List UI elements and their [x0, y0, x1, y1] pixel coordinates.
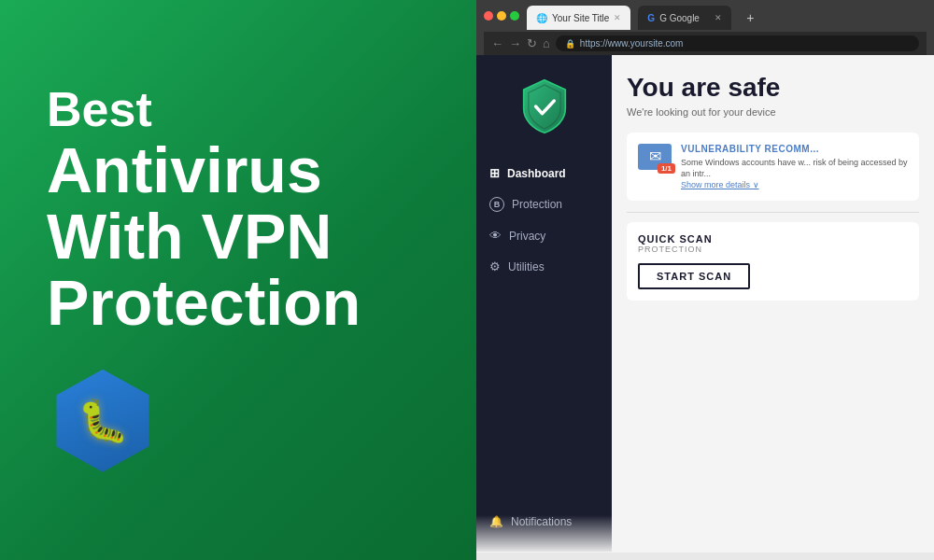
url-text: https://www.yoursite.com	[580, 38, 684, 49]
headline-protection: Protection	[47, 270, 430, 336]
vuln-title: VULNERABILITY RECOMM...	[681, 144, 908, 154]
sidebar-item-privacy[interactable]: 👁 Privacy	[476, 220, 612, 251]
forward-button[interactable]: →	[509, 36, 521, 50]
browser-dots	[484, 11, 519, 21]
notifications-icon: 🔔	[489, 515, 503, 528]
shield-logo-icon	[517, 78, 573, 134]
scan-subtitle: PROTECTION	[638, 245, 908, 254]
vuln-link[interactable]: Show more details ∨	[681, 180, 908, 189]
av-logo	[512, 74, 577, 139]
vulnerability-card: ✉ 1/1 VULNERABILITY RECOMM... Some Windo…	[627, 133, 919, 201]
browser-content: ⊞ Dashboard B Protection 👁 Privacy ⚙ Uti…	[476, 55, 934, 552]
left-panel: Best Antivirus With VPN Protection 🐛	[0, 0, 476, 560]
headline-with-vpn: With VPN	[47, 203, 430, 270]
av-nav: ⊞ Dashboard B Protection 👁 Privacy ⚙ Uti…	[476, 158, 612, 282]
dashboard-icon: ⊞	[489, 166, 500, 180]
tab-close-icon[interactable]: ✕	[614, 13, 621, 22]
tab-google-label: G Google	[659, 13, 700, 23]
bug-shield-badge: 🐛	[47, 365, 159, 477]
close-dot[interactable]	[484, 11, 493, 21]
safe-heading: You are safe	[627, 74, 919, 103]
browser-tab-active[interactable]: 🌐 Your Site Title ✕	[527, 6, 630, 30]
right-panel: 🌐 Your Site Title ✕ G G Google ✕ + ← → ↻…	[476, 0, 934, 560]
sidebar-label-protection: Protection	[512, 198, 562, 211]
sidebar-label-dashboard: Dashboard	[507, 167, 566, 180]
tab-google-close-icon[interactable]: ✕	[715, 13, 722, 22]
utilities-icon: ⚙	[489, 259, 501, 273]
back-button[interactable]: ←	[491, 36, 503, 50]
vuln-desc: Some Windows accounts have w... risk of …	[681, 157, 908, 180]
new-tab-button[interactable]: +	[739, 7, 761, 29]
sidebar-label-privacy: Privacy	[509, 230, 545, 243]
bug-icon: 🐛	[78, 397, 129, 445]
av-main-content: You are safe We're looking out for your …	[612, 55, 934, 552]
sidebar-item-protection[interactable]: B Protection	[476, 189, 612, 220]
sidebar-item-notifications[interactable]: 🔔 Notifications	[476, 507, 612, 537]
sidebar-label-utilities: Utilities	[508, 260, 545, 273]
vuln-text: VULNERABILITY RECOMM... Some Windows acc…	[681, 144, 908, 189]
address-field[interactable]: 🔒 https://www.yoursite.com	[556, 35, 919, 51]
tab-favicon: 🌐	[536, 13, 547, 23]
av-sidebar: ⊞ Dashboard B Protection 👁 Privacy ⚙ Uti…	[476, 55, 612, 552]
vuln-badge: 1/1	[658, 163, 675, 174]
headline-best: Best	[47, 83, 430, 136]
browser-tabs-row: 🌐 Your Site Title ✕ G G Google ✕ +	[484, 6, 927, 32]
privacy-icon: 👁	[489, 229, 502, 243]
divider	[627, 212, 919, 213]
fade-gradient	[612, 515, 934, 552]
lock-icon: 🔒	[565, 39, 575, 49]
home-button[interactable]: ⌂	[543, 36, 550, 50]
safe-subtext: We're looking out for your device	[627, 106, 919, 118]
browser-address-bar: ← → ↻ ⌂ 🔒 https://www.yoursite.com	[484, 32, 927, 55]
sidebar-item-dashboard[interactable]: ⊞ Dashboard	[476, 158, 612, 189]
refresh-button[interactable]: ↻	[527, 36, 537, 50]
headline-antivirus: Antivirus	[47, 137, 430, 203]
browser-tab-google[interactable]: G G Google ✕	[638, 6, 731, 30]
scan-title: QUICK SCAN	[638, 233, 908, 245]
browser-chrome: 🌐 Your Site Title ✕ G G Google ✕ + ← → ↻…	[476, 0, 934, 55]
start-scan-button[interactable]: START SCAN	[638, 263, 750, 289]
hexagon-background: 🐛	[51, 370, 154, 472]
sidebar-item-utilities[interactable]: ⚙ Utilities	[476, 251, 612, 282]
maximize-dot[interactable]	[510, 11, 519, 21]
minimize-dot[interactable]	[497, 11, 506, 21]
sidebar-label-notifications: Notifications	[511, 515, 572, 528]
tab-google-favicon: G	[647, 13, 655, 23]
av-bottom-nav: 🔔 Notifications	[476, 507, 612, 552]
quick-scan-card: QUICK SCAN PROTECTION START SCAN	[627, 222, 919, 301]
tab-label: Your Site Title	[552, 13, 609, 23]
vuln-icon-area: ✉ 1/1	[638, 144, 672, 170]
protection-icon: B	[489, 197, 504, 212]
